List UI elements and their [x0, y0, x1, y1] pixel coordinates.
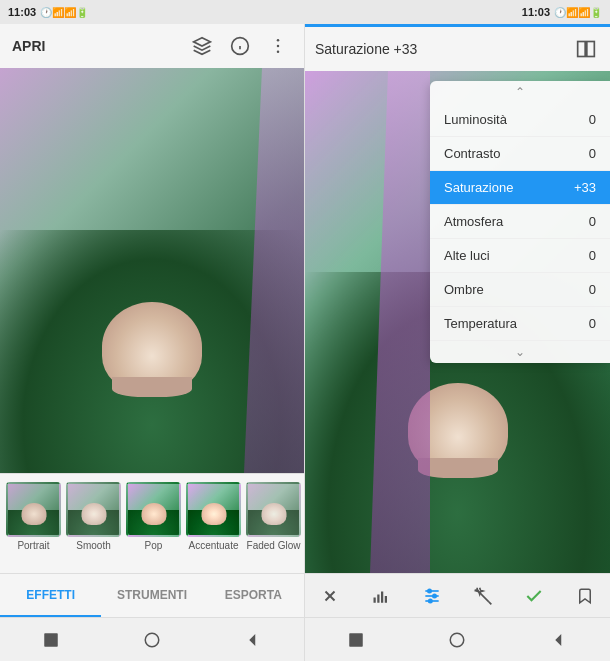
adjust-row-saturazione[interactable]: Saturazione +33 [430, 171, 610, 205]
saturazione-label: Saturazione [444, 180, 513, 195]
layers-icon[interactable] [188, 32, 216, 60]
chevron-down-icon[interactable]: ⌄ [430, 341, 610, 363]
right-toolbar: Saturazione +33 [305, 27, 610, 71]
thumbnail-pop-label: Pop [145, 540, 163, 551]
thumbnail-accentuate-label: Accentuate [188, 540, 238, 551]
atmosfera-label: Atmosfera [444, 214, 503, 229]
adjust-row-alte-luci[interactable]: Alte luci 0 [430, 239, 610, 273]
thumbnail-faded-glow-label: Faded Glow [247, 540, 301, 551]
svg-rect-10 [578, 42, 586, 57]
left-status-icons: 🕐📶📶🔋 [40, 7, 88, 18]
left-toolbar-icons [188, 32, 292, 60]
svg-marker-0 [194, 38, 211, 46]
thumbnail-smooth-label: Smooth [76, 540, 110, 551]
compare-icon[interactable] [572, 35, 600, 63]
left-panel: APRI [0, 24, 305, 661]
ombre-label: Ombre [444, 282, 484, 297]
left-status-bar: 11:03 🕐📶📶🔋 [0, 0, 305, 24]
more-icon[interactable] [264, 32, 292, 60]
right-status-icons: 🕐📶📶🔋 [554, 7, 602, 18]
alte-luci-value: 0 [589, 248, 596, 263]
left-bottom-nav [0, 617, 304, 661]
sliders-btn[interactable] [414, 578, 450, 614]
adjust-row-temperatura[interactable]: Temperatura 0 [430, 307, 610, 341]
thumbnail-portrait-label: Portrait [17, 540, 49, 551]
svg-point-21 [428, 589, 431, 592]
adjust-row-ombre[interactable]: Ombre 0 [430, 273, 610, 307]
right-bottom-tools [305, 573, 610, 617]
svg-rect-28 [349, 633, 363, 647]
adjust-panel: ⌃ Luminosità 0 Contrasto 0 Saturazione +… [430, 81, 610, 363]
right-back-btn[interactable] [543, 624, 575, 656]
svg-point-8 [145, 633, 159, 647]
chevron-up-icon[interactable]: ⌃ [430, 81, 610, 103]
thumbnail-accentuate[interactable]: Accentuate [186, 482, 241, 551]
right-toolbar-title: Saturazione +33 [315, 41, 564, 57]
open-button[interactable]: APRI [12, 38, 176, 54]
left-tabs: EFFETTI STRUMENTI ESPORTA [0, 573, 304, 617]
magic-wand-btn[interactable] [465, 578, 501, 614]
check-btn[interactable] [516, 578, 552, 614]
right-main-image: ⌃ Luminosità 0 Contrasto 0 Saturazione +… [305, 71, 610, 573]
thumbnail-smooth[interactable]: Smooth [66, 482, 121, 551]
right-bottom-nav [305, 617, 610, 661]
thumbnail-portrait[interactable]: Portrait [6, 482, 61, 551]
svg-rect-7 [44, 633, 58, 647]
luminosita-value: 0 [589, 112, 596, 127]
svg-point-29 [451, 633, 465, 647]
histogram-btn[interactable] [363, 578, 399, 614]
contrasto-value: 0 [589, 146, 596, 161]
left-time: 11:03 [8, 6, 36, 18]
svg-line-27 [489, 601, 492, 604]
svg-rect-16 [381, 591, 383, 602]
svg-point-22 [433, 594, 436, 597]
svg-marker-9 [250, 634, 256, 646]
right-time: 11:03 [522, 6, 550, 18]
svg-rect-11 [587, 42, 595, 57]
right-status-bar: 11:03 🕐📶📶🔋 [305, 0, 610, 24]
right-panel: Saturazione +33 ⌃ Luminosità 0 [305, 24, 610, 661]
temperatura-label: Temperatura [444, 316, 517, 331]
adjust-row-atmosfera[interactable]: Atmosfera 0 [430, 205, 610, 239]
thumbnail-pop[interactable]: Pop [126, 482, 181, 551]
alte-luci-label: Alte luci [444, 248, 490, 263]
svg-rect-15 [377, 594, 379, 602]
close-tool-btn[interactable] [312, 578, 348, 614]
ombre-value: 0 [589, 282, 596, 297]
thumbnails-strip: Portrait Smooth Pop [0, 473, 304, 573]
adjust-row-luminosita[interactable]: Luminosità 0 [430, 103, 610, 137]
left-home-btn[interactable] [35, 624, 67, 656]
tab-strumenti[interactable]: STRUMENTI [101, 574, 202, 617]
info-icon[interactable] [226, 32, 254, 60]
left-back-btn[interactable] [237, 624, 269, 656]
saturazione-value: +33 [574, 180, 596, 195]
svg-point-5 [277, 45, 280, 48]
svg-point-6 [277, 51, 280, 54]
luminosita-label: Luminosità [444, 112, 507, 127]
svg-marker-30 [555, 634, 561, 646]
svg-rect-14 [374, 597, 376, 602]
svg-point-4 [277, 39, 280, 42]
bookmark-btn[interactable] [567, 578, 603, 614]
left-main-image [0, 68, 304, 473]
atmosfera-value: 0 [589, 214, 596, 229]
tab-esporta[interactable]: ESPORTA [203, 574, 304, 617]
left-toolbar: APRI [0, 24, 304, 68]
right-circle-btn[interactable] [441, 624, 473, 656]
left-circle-btn[interactable] [136, 624, 168, 656]
tab-effetti[interactable]: EFFETTI [0, 574, 101, 617]
temperatura-value: 0 [589, 316, 596, 331]
adjust-row-contrasto[interactable]: Contrasto 0 [430, 137, 610, 171]
contrasto-label: Contrasto [444, 146, 500, 161]
svg-point-23 [429, 599, 432, 602]
right-home-btn[interactable] [340, 624, 372, 656]
svg-rect-17 [385, 596, 387, 603]
thumbnail-faded-glow[interactable]: Faded Glow [246, 482, 301, 551]
